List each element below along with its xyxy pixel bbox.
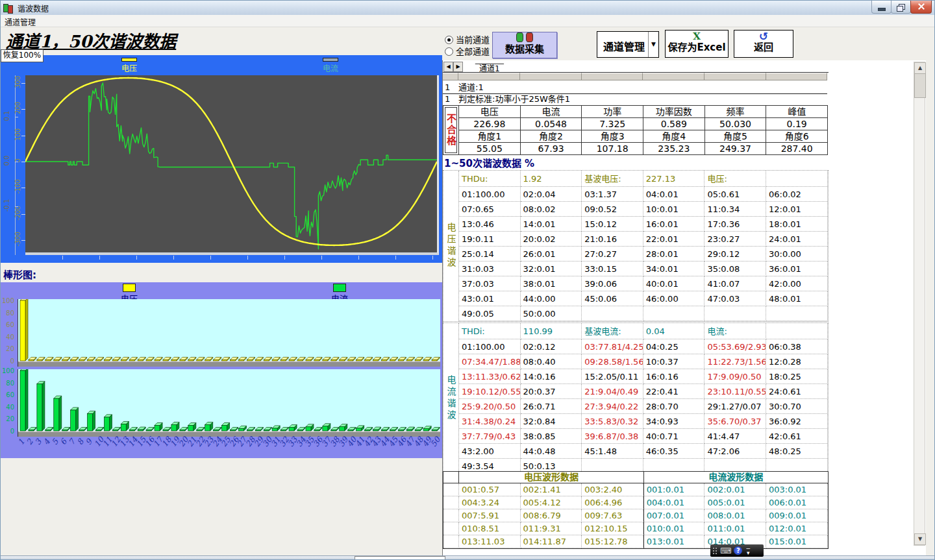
harmonic-cell: 38:0.01 — [521, 276, 582, 291]
current-line-swatch — [323, 58, 338, 62]
bar-section-label: 棒形图: — [3, 267, 36, 281]
measure-header-cell: 峰值 — [766, 106, 828, 118]
waveform-row-gutter — [443, 509, 459, 522]
radio-dot-icon — [445, 36, 453, 44]
channel-management-button[interactable]: 通道管理 ▼ — [597, 31, 659, 58]
harmonic-section-title: 1~50次谐波数据 % — [444, 156, 534, 169]
vertical-scrollbar[interactable]: ▲ ▼ — [914, 62, 925, 546]
x-tick — [358, 256, 359, 260]
measure-header-cell: 角度3 — [582, 130, 643, 143]
harmonic-cell: 20:0.37 — [521, 384, 582, 399]
scroll-up-icon[interactable]: ▲ — [914, 62, 926, 74]
save-excel-button[interactable]: X 保存为Excel — [665, 30, 729, 58]
x-tick — [395, 256, 396, 260]
harmonic-cell: 31:4.38/0.24 — [459, 414, 521, 429]
current-waveform-cell: 015:0.01 — [766, 535, 828, 548]
voltage-waveform-cell: 014:11.87 — [521, 535, 582, 548]
harmonic-cell: 37:7.79/0.43 — [459, 429, 521, 444]
waveform-plot[interactable] — [25, 75, 439, 255]
harmonic-cell: 34:0.93 — [643, 414, 705, 429]
waveform-data-table: 电压波形数据电流波形数据001:0.57002:1.41003:2.40001:… — [443, 471, 829, 549]
harmonic-cell: 21:0.16 — [582, 232, 643, 247]
data-collect-button[interactable]: 数据采集 — [492, 32, 557, 58]
harmonic-cell: 46:0.00 — [643, 291, 705, 306]
verdict-badge: 不合格 — [443, 106, 459, 155]
harmonic-cell: 01:100.00 — [459, 187, 521, 202]
waveform-row-gutter — [443, 483, 459, 496]
menu-item-channel-management[interactable]: 通道管理 — [1, 15, 40, 29]
x-tick — [247, 256, 248, 260]
harmonic-cell — [643, 306, 705, 321]
scroll-down-icon[interactable]: ▼ — [914, 533, 926, 545]
measure-header-cell: 角度5 — [705, 130, 767, 143]
radio-current-channel[interactable]: 当前通道 — [445, 33, 490, 45]
harmonic-cell: 22:0.41 — [643, 384, 705, 399]
restore-window-button[interactable] — [891, 1, 911, 14]
harmonic-cell: 08:0.02 — [521, 202, 582, 217]
return-button[interactable]: ↺ 返回 — [734, 30, 793, 58]
harmonic-cell: 32:0.01 — [521, 262, 582, 276]
measure-value-cell: 0.19 — [766, 118, 828, 130]
harmonic-cell: 18:0.01 — [766, 217, 828, 232]
voltage-waveform-cell: 003:2.40 — [582, 483, 643, 496]
return-arrow-icon: ↺ — [734, 30, 793, 42]
minimize-button[interactable] — [871, 1, 891, 14]
taskbar-item[interactable] — [355, 556, 445, 560]
measurement-table: 不合格 电压电流功率功率因数频率峰值226.980.05487.3250.589… — [443, 105, 828, 155]
voltage-waveform-cell: 015:12.78 — [582, 535, 643, 548]
restore-zoom-button[interactable]: 恢复100% — [1, 49, 44, 62]
harmonic-cell: 35:6.70/0.37 — [704, 414, 766, 429]
chevron-down-icon[interactable]: ▼ — [648, 32, 658, 57]
x-tick — [432, 256, 433, 260]
voltage-waveform-cell: 013:11.03 — [459, 535, 521, 548]
harmonic-cell: 43:0.01 — [459, 291, 521, 306]
harmonic-cell: 12:0.28 — [766, 354, 828, 369]
radio-all-channels[interactable]: 全部通道 — [445, 45, 490, 57]
harmonic-cell: 29:1.27/0.07 — [704, 399, 766, 414]
scrollbar-thumb[interactable] — [914, 73, 926, 98]
harmonic-cell — [766, 306, 828, 321]
harmonic-cell: 13:0.46 — [459, 217, 521, 232]
measure-value-cell: 0.0548 — [521, 118, 582, 130]
current-waveform-cell: 005:0.01 — [704, 496, 766, 509]
harmonic-cell: 07:34.47/1.88 — [459, 354, 521, 369]
voltage-waveform-cell: 005:4.12 — [521, 496, 582, 509]
taskbar-edge — [1, 555, 934, 560]
current-harmonics-table: 电流谐波 THDi:110.99基波电流:0.04电流:01:100.0002:… — [443, 323, 829, 474]
measure-header-cell: 电流 — [521, 106, 582, 118]
keyboard-icon[interactable]: ⌨ — [720, 547, 731, 555]
x-tick — [62, 256, 63, 260]
app-icon — [3, 3, 14, 13]
menu-bar: 通道管理 — [1, 15, 934, 27]
ime-toolbar: ⌨ ? − ▾ — [710, 544, 764, 557]
measure-value-cell: 287.40 — [766, 143, 828, 155]
harmonic-cell: 25:9.20/0.50 — [459, 399, 521, 414]
harmonic-cell: 50:0.00 — [521, 306, 582, 321]
database-icons — [493, 32, 556, 44]
harmonic-cell: 20:0.02 — [521, 232, 582, 247]
harmonic-cell: 10:0.37 — [643, 354, 705, 369]
measure-value-cell: 249.37 — [705, 143, 767, 155]
drag-handle-icon[interactable] — [712, 547, 717, 555]
close-button[interactable] — [910, 1, 932, 14]
harmonic-cell: 17:9.09/0.50 — [704, 369, 766, 384]
measure-header-cell: 功率因数 — [643, 106, 705, 118]
harmonic-cell: 43:2.00 — [459, 444, 521, 459]
current-bar-swatch — [333, 284, 346, 292]
grid-header-cell — [766, 73, 827, 80]
ime-options-icon[interactable]: ▾ — [745, 551, 751, 555]
y-tick — [21, 162, 25, 162]
tab-scroll-left-icon[interactable]: ◀ — [443, 62, 453, 72]
help-icon[interactable]: ? — [734, 546, 742, 555]
measure-header-cell: 角度2 — [521, 130, 582, 143]
voltage-waveform-cell: 006:4.96 — [582, 496, 643, 509]
criteria-info-row: 1判定标准:功率小于25W条件1 — [443, 93, 827, 106]
waveform-y-axis-labels: 3002001000-100-200-3000.10.0-0.1 — [1, 75, 25, 252]
voltage-harmonics-gutter-label: 电压谐波 — [443, 171, 459, 321]
tab-scroll-right-icon[interactable]: ▶ — [453, 62, 463, 72]
x-tick — [321, 256, 322, 260]
thd-cell: 基波电流: — [582, 323, 643, 339]
measure-value-cell: 50.030 — [705, 118, 767, 130]
waveform-svg — [25, 75, 437, 252]
harmonic-cell: 19:0.11 — [459, 232, 521, 247]
